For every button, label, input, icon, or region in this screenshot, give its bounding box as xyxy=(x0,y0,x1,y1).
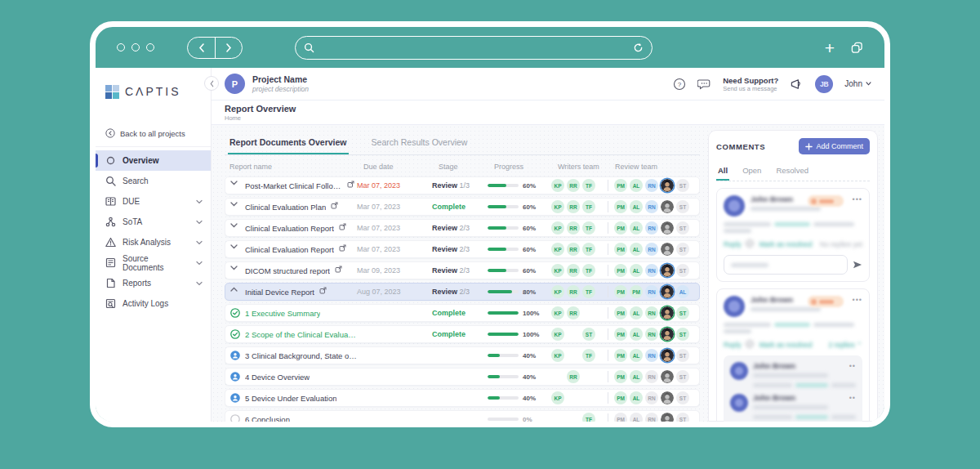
external-link-icon[interactable] xyxy=(339,223,349,233)
reviewer-photo-avatar[interactable] xyxy=(661,349,674,362)
reviewer-photo-avatar[interactable] xyxy=(661,264,674,277)
reviewer-badge[interactable]: AL xyxy=(630,243,643,256)
writer-badge[interactable]: KP xyxy=(551,306,564,319)
reviewer-photo-avatar[interactable] xyxy=(661,391,674,404)
reviewer-badge[interactable]: AL xyxy=(630,391,643,404)
reviewer-badge[interactable]: ST xyxy=(676,221,689,234)
table-row-report[interactable]: Clinical Evaluation ReportMar 07, 2023Re… xyxy=(225,219,700,237)
reviewer-badge[interactable]: PM xyxy=(614,200,627,213)
reviewer-badge[interactable]: ST xyxy=(676,179,689,192)
chevron-down-icon[interactable] xyxy=(230,266,240,275)
reviewer-badge[interactable]: PM xyxy=(614,328,627,341)
comment-menu-icon[interactable]: ••• xyxy=(853,296,862,304)
reviewer-badge[interactable]: PM xyxy=(614,370,627,383)
writer-badge[interactable]: RR xyxy=(567,264,580,277)
reviewer-badge[interactable]: RN xyxy=(645,221,658,234)
reviewer-badge[interactable]: ST xyxy=(676,243,689,256)
reviewer-badge[interactable]: ST xyxy=(676,306,689,319)
reply-menu-icon[interactable]: •• xyxy=(849,394,856,402)
reviewer-badge[interactable]: RN xyxy=(645,285,658,298)
reviewer-badge[interactable]: PM xyxy=(614,179,627,192)
writer-badge[interactable]: RR xyxy=(567,221,580,234)
reviewer-badge[interactable]: AL xyxy=(630,349,643,362)
reviewer-badge[interactable]: PM xyxy=(614,221,627,234)
reviewer-photo-avatar[interactable] xyxy=(661,370,674,383)
megaphone-icon[interactable] xyxy=(790,78,804,91)
sidebar-item-reports[interactable]: Reports xyxy=(96,273,211,293)
writer-badge[interactable]: ST xyxy=(582,328,595,341)
replies-toggle[interactable]: 2 replies ⌃ xyxy=(828,341,862,349)
chat-icon[interactable] xyxy=(697,78,711,91)
reviewer-photo-avatar[interactable] xyxy=(661,221,674,234)
reviewer-badge[interactable]: AL xyxy=(630,200,643,213)
writer-badge[interactable]: TF xyxy=(582,413,595,426)
window-control-dot[interactable] xyxy=(131,43,140,51)
sidebar-item-overview[interactable]: Overview xyxy=(96,150,211,171)
reviewer-badge[interactable]: ST xyxy=(676,391,689,404)
user-menu[interactable]: John xyxy=(844,79,871,88)
reviewer-badge[interactable]: RN xyxy=(645,264,658,277)
reviewer-badge[interactable]: ST xyxy=(676,413,689,426)
external-link-icon[interactable] xyxy=(335,266,345,275)
comments-tab-all[interactable]: All xyxy=(716,163,729,181)
reviewer-badge[interactable]: AL xyxy=(630,370,643,383)
reviewer-badge[interactable]: AL xyxy=(630,306,643,319)
reply-menu-icon[interactable]: •• xyxy=(849,362,856,370)
reviewer-badge[interactable]: PM xyxy=(614,243,627,256)
writer-badge[interactable]: RR xyxy=(567,179,580,192)
table-row-section[interactable]: 1 Executive SummaryComplete100%KPRRPMALR… xyxy=(225,304,700,322)
writer-badge[interactable]: KP xyxy=(551,349,564,362)
table-row-section[interactable]: 3 Clinical Background, State of the Art,… xyxy=(225,346,700,364)
reviewer-badge[interactable]: ST xyxy=(676,264,689,277)
mark-resolved-link[interactable]: Mark as resolved xyxy=(760,341,813,349)
reviewer-badge[interactable]: ST xyxy=(676,370,689,383)
refresh-icon[interactable] xyxy=(633,42,644,53)
reply-input-field[interactable] xyxy=(724,255,848,275)
writer-badge[interactable]: KP xyxy=(551,285,564,298)
reviewer-badge[interactable]: RN xyxy=(645,328,658,341)
tab-report-documents-overview[interactable]: Report Documents Overview xyxy=(228,130,349,154)
writer-badge[interactable]: TF xyxy=(582,349,595,362)
send-icon[interactable] xyxy=(853,260,862,270)
back-to-projects-link[interactable]: Back to all projects xyxy=(105,128,211,138)
table-row-section[interactable]: 6 Conclusion0%TFPMALRNST xyxy=(225,410,700,427)
reviewer-badge[interactable]: PM xyxy=(614,391,627,404)
reviewer-photo-avatar[interactable] xyxy=(661,306,674,319)
reviewer-photo-avatar[interactable] xyxy=(661,243,674,256)
new-tab-button[interactable]: + xyxy=(825,39,835,56)
sidebar-collapse-button[interactable] xyxy=(204,76,219,91)
external-link-icon[interactable] xyxy=(347,181,357,190)
writer-badge[interactable]: KP xyxy=(551,200,564,213)
reviewer-badge[interactable]: RN xyxy=(645,200,658,213)
comments-tab-resolved[interactable]: Resolved xyxy=(774,163,810,181)
reviewer-badge[interactable]: AL xyxy=(630,179,643,192)
reviewer-badge[interactable]: RN xyxy=(645,349,658,362)
user-avatar[interactable]: JB xyxy=(815,75,833,93)
reviewer-badge[interactable]: RN xyxy=(645,179,658,192)
writer-badge[interactable]: KP xyxy=(551,243,564,256)
chevron-down-icon[interactable] xyxy=(230,244,240,254)
reviewer-badge[interactable]: RN xyxy=(645,306,658,319)
writer-badge[interactable]: TF xyxy=(582,243,595,256)
reviewer-badge[interactable]: AL xyxy=(630,413,643,426)
reviewer-badge[interactable]: ST xyxy=(676,200,689,213)
sidebar-item-activity-logs[interactable]: Activity Logs xyxy=(96,293,211,314)
writer-badge[interactable]: TF xyxy=(582,200,595,213)
reply-link[interactable]: Reply xyxy=(724,341,742,349)
reviewer-badge[interactable]: AL xyxy=(630,328,643,341)
table-row-section[interactable]: 5 Device Under Evaluation40%KPPMALRNST xyxy=(225,389,700,407)
window-control-dot[interactable] xyxy=(146,43,154,51)
captis-logo[interactable]: CΛPTIS xyxy=(96,68,211,104)
window-controls[interactable] xyxy=(117,43,154,51)
writer-badge[interactable]: KP xyxy=(551,221,564,234)
forward-button[interactable] xyxy=(215,38,242,58)
writer-badge[interactable]: KP xyxy=(551,328,564,341)
reviewer-photo-avatar[interactable] xyxy=(661,285,674,298)
writer-badge[interactable]: KP xyxy=(551,391,564,404)
table-row-report[interactable]: Post-Market Clinical Follow-up PlanMar 0… xyxy=(225,176,700,194)
table-row-report[interactable]: Clinical Evaluation ReportMar 07, 2023Re… xyxy=(225,240,700,258)
table-row-section[interactable]: 4 Device Overview40%RRPMALRNST xyxy=(225,368,700,386)
table-row-report[interactable]: Initial Device ReportAug 07, 2023Review … xyxy=(225,283,700,301)
help-icon[interactable]: ? xyxy=(673,78,686,91)
reviewer-badge[interactable]: PM xyxy=(614,264,627,277)
